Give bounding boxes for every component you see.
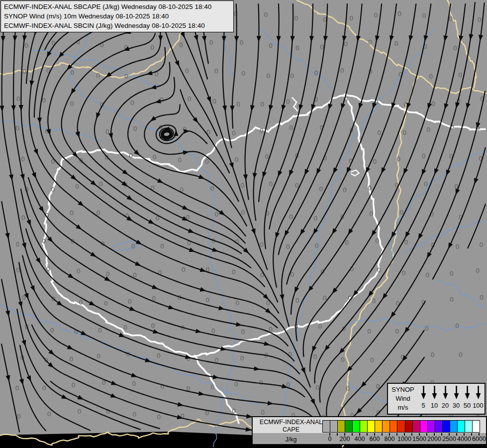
grid-value-label: 0 [290,72,294,80]
grid-value-label: 0 [341,356,345,363]
cape-swatch [472,421,480,432]
grid-value-label: 0 [269,180,273,188]
grid-value-label: 0 [151,322,155,330]
grid-value-label: 0 [16,95,20,103]
grid-value-label: 0 [75,183,79,190]
cape-swatch [390,421,397,432]
grid-value-label: 0 [431,100,435,108]
grid-value-label: 0 [98,327,102,334]
grid-value-label: 0 [394,40,398,47]
wind-speed-label: 50 [462,402,473,409]
grid-value-label: 0 [42,97,46,104]
grid-value-label: 0 [368,184,372,192]
grid-value-label: 0 [210,185,214,192]
grid-value-label: 0 [241,328,245,336]
wind-speed-label: 100 [473,402,484,409]
grid-value-label: 0 [157,352,161,359]
grid-value-label: 0 [106,408,110,415]
grid-value-label: 0 [25,42,29,49]
grid-value-label: 0 [179,41,183,49]
grid-value-label: 0 [323,294,327,302]
grid-value-label: 0 [70,69,74,76]
grid-value-label: 0 [368,38,372,46]
grid-value-label: 0 [72,381,76,389]
grid-value-label: 0 [97,352,100,360]
grid-value-label: 0 [480,241,484,248]
grid-value-label: 0 [182,266,186,273]
grid-value-label: 0 [234,380,238,388]
cape-swatch [337,421,345,432]
grid-value-label: 0 [456,322,460,330]
grid-value-label: 0 [478,16,482,23]
cape-swatch [330,421,337,432]
wind-arrow-icon [418,385,429,402]
grid-value-label: 0 [185,67,189,75]
grid-value-label: 0 [151,44,155,51]
grid-value-label: 0 [314,215,318,222]
wind-legend: SYNOP Wind m/s 510203050100 [387,383,486,415]
grid-value-label: 0 [132,380,136,387]
wind-arrow-row [418,385,484,402]
grid-value-label: 0 [232,407,236,415]
grid-value-label: 0 [241,70,245,77]
grid-value-label: 0 [259,379,263,386]
grid-value-label: 0 [269,42,273,49]
grid-value-label: 0 [476,267,480,274]
grid-value-label: 0 [15,124,19,132]
grid-value-label: 0 [480,294,484,301]
cape-swatch [442,421,450,432]
cape-swatch [323,421,330,432]
wind-arrow-icon [429,385,440,402]
grid-value-label: 0 [425,271,429,279]
grid-value-label: 0 [396,155,400,163]
grid-value-label: 0 [350,14,354,22]
grid-value-label: 0 [260,127,264,134]
grid-value-label: 0 [178,156,182,164]
wind-arrow-icon [451,385,462,402]
cape-swatch [457,421,465,432]
grid-value-label: 0 [235,156,239,163]
grid-value-label: 0 [425,325,429,332]
grid-value-label: 0 [374,11,378,19]
cape-swatch [412,421,420,432]
grid-value-label: 0 [397,10,401,17]
grid-value-label: 0 [128,298,132,305]
cape-swatch [375,421,382,432]
grid-value-label: 0 [240,354,244,362]
grid-value-label: 0 [70,100,74,108]
grid-value-label: 0 [70,209,74,217]
grid-value-label: 0 [429,73,433,80]
grid-value-label: 0 [50,327,54,334]
grid-value-label: 0 [209,39,213,46]
grid-value-label: 0 [395,328,399,335]
grid-value-label: 0 [427,126,431,133]
grid-value-label: 0 [295,44,299,52]
grid-values-layer: 0000000000000000000000000000000000000000… [15,10,484,421]
grid-value-label: 0 [236,101,240,108]
grid-value-label: 0 [205,158,209,165]
grid-value-label: 0 [265,153,269,160]
cape-swatch [435,421,442,432]
grid-value-label: 0 [99,180,103,188]
grid-value-label: 0 [69,355,73,363]
grid-value-label: 0 [123,324,127,331]
wind-legend-units: m/s [388,403,418,412]
grid-value-label: 0 [458,71,462,79]
grid-value-label: 0 [42,237,46,245]
grid-value-label: 0 [264,11,268,18]
grid-value-label: 0 [422,12,426,19]
grid-value-label: 0 [47,410,51,418]
grid-value-label: 0 [295,182,299,189]
grid-value-label: 0 [129,152,133,159]
grid-value-label: 0 [267,72,271,80]
grid-value-label: 0 [373,158,377,165]
cape-swatch [465,421,472,432]
cape-swatch [405,421,412,432]
grid-value-label: 0 [376,237,380,244]
cape-legend: ECMWF-INDEX-ANAL CAPE J/kg 0200400600800… [252,416,487,445]
grid-value-label: 0 [188,95,192,103]
grid-value-label: 0 [22,68,26,75]
grid-value-label: 0 [16,240,20,248]
grid-value-label: 0 [21,214,25,222]
grid-value-label: 0 [17,413,21,420]
